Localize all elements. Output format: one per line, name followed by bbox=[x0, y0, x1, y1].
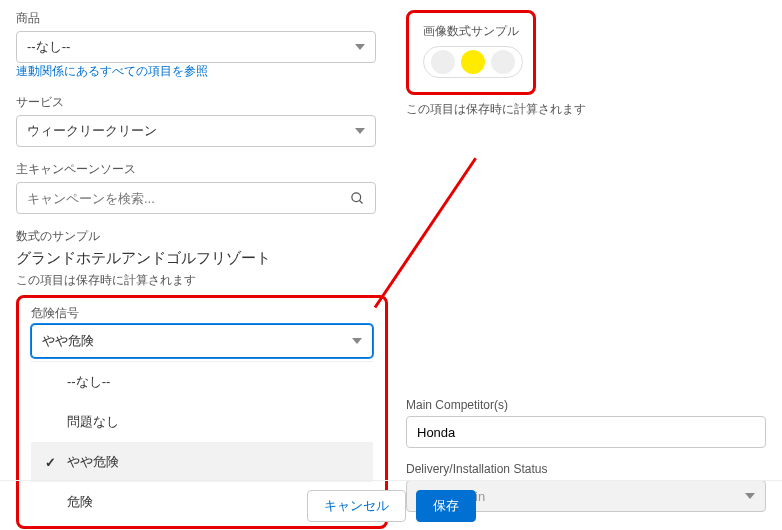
traffic-light-icon bbox=[423, 46, 523, 78]
competitor-label: Main Competitor(s) bbox=[406, 398, 766, 412]
product-related-link[interactable]: 連動関係にあるすべての項目を参照 bbox=[16, 64, 208, 78]
action-bar: キャンセル 保存 bbox=[0, 480, 782, 530]
competitor-field: Main Competitor(s) bbox=[406, 398, 766, 448]
svg-point-0 bbox=[352, 193, 361, 202]
campaign-search[interactable] bbox=[16, 182, 376, 214]
image-formula-help: この項目は保存時に計算されます bbox=[406, 101, 766, 118]
chevron-down-icon bbox=[352, 338, 362, 344]
product-select[interactable]: --なし-- bbox=[16, 31, 376, 63]
delivery-label: Delivery/Installation Status bbox=[406, 462, 766, 476]
svg-line-1 bbox=[359, 200, 362, 203]
service-label: サービス bbox=[16, 94, 376, 111]
risk-label: 危険信号 bbox=[31, 305, 373, 322]
campaign-input[interactable] bbox=[27, 191, 365, 206]
service-value: ウィークリークリーン bbox=[27, 122, 157, 140]
service-field: サービス ウィークリークリーン bbox=[16, 94, 376, 147]
search-icon bbox=[350, 191, 365, 209]
product-field: 商品 --なし-- 連動関係にあるすべての項目を参照 bbox=[16, 10, 376, 80]
product-label: 商品 bbox=[16, 10, 376, 27]
service-select[interactable]: ウィークリークリーン bbox=[16, 115, 376, 147]
risk-option-somewhat[interactable]: ✓ やや危険 bbox=[31, 442, 373, 482]
chevron-down-icon bbox=[355, 44, 365, 50]
image-formula-label: 画像数式サンプル bbox=[423, 23, 519, 40]
formula-help: この項目は保存時に計算されます bbox=[16, 272, 376, 289]
traffic-dot-left bbox=[431, 50, 455, 74]
risk-option-none[interactable]: --なし-- bbox=[31, 362, 373, 402]
check-icon: ✓ bbox=[45, 455, 57, 470]
campaign-field: 主キャンペーンソース bbox=[16, 161, 376, 214]
campaign-label: 主キャンペーンソース bbox=[16, 161, 376, 178]
traffic-dot-yellow bbox=[461, 50, 485, 74]
save-button[interactable]: 保存 bbox=[416, 490, 476, 522]
traffic-dot-right bbox=[491, 50, 515, 74]
cancel-button[interactable]: キャンセル bbox=[307, 490, 406, 522]
risk-select[interactable]: やや危険 bbox=[31, 324, 373, 358]
competitor-input[interactable] bbox=[406, 416, 766, 448]
product-value: --なし-- bbox=[27, 38, 70, 56]
formula-label: 数式のサンプル bbox=[16, 228, 376, 245]
formula-field: 数式のサンプル グランドホテルアンドゴルフリゾート この項目は保存時に計算されま… bbox=[16, 228, 376, 289]
formula-value: グランドホテルアンドゴルフリゾート bbox=[16, 249, 376, 268]
risk-selected-value: やや危険 bbox=[42, 332, 94, 350]
risk-option-ok[interactable]: 問題なし bbox=[31, 402, 373, 442]
chevron-down-icon bbox=[355, 128, 365, 134]
image-formula-sample: 画像数式サンプル bbox=[406, 10, 536, 95]
